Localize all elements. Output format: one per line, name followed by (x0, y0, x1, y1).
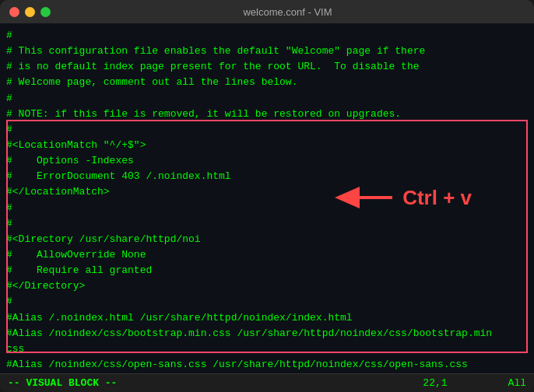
line-1: # (6, 28, 528, 44)
line-20: #Alias /noindex/css/bootstrap.min.css /u… (6, 326, 528, 341)
ctrl-v-annotation: Ctrl + v (334, 185, 472, 210)
line-19: #Alias /.noindex.html /usr/share/httpd/n… (6, 310, 528, 326)
line-23: #Alias /images/apache_pb.gif /usr/share/… (6, 373, 528, 373)
line-2: # This configuration file enables the de… (6, 44, 528, 59)
line-3: # is no default index page present for t… (6, 59, 528, 75)
line-5: # (6, 91, 528, 107)
line-18: # (6, 294, 528, 310)
vim-mode: -- VISUAL BLOCK -- (8, 377, 117, 389)
statusbar: -- VISUAL BLOCK -- 22,1 All (0, 373, 534, 392)
close-button[interactable] (9, 7, 19, 17)
traffic-lights (9, 7, 51, 17)
line-17: #</Directory> (6, 278, 528, 294)
line-15: # AllowOverride None (6, 247, 528, 263)
fullscreen-button[interactable] (40, 7, 51, 17)
line-21: css (6, 341, 528, 357)
arrow-icon (334, 185, 396, 210)
terminal-window: welcome.conf - VIM # # This configuratio… (0, 0, 534, 392)
ctrl-v-label: Ctrl + v (402, 186, 472, 210)
line-7: # (6, 122, 528, 138)
minimize-button[interactable] (25, 7, 35, 17)
line-14: #<Directory /usr/share/httpd/noi (6, 232, 528, 247)
line-9: # Options -Indexes (6, 153, 528, 169)
line-22: #Alias /noindex/css/open-sans.css /usr/s… (6, 357, 528, 373)
line-16: # Require all granted (6, 263, 528, 278)
titlebar: welcome.conf - VIM (0, 0, 534, 23)
line-13: # (6, 216, 528, 232)
window-title: welcome.conf - VIM (51, 6, 525, 18)
line-10: # ErrorDocument 403 /.noindex.html (6, 169, 528, 184)
cursor-position: 22,1 All (423, 377, 526, 389)
line-8: #<LocationMatch "^/+$"> (6, 138, 528, 153)
line-6: # NOTE: if this file is removed, it will… (6, 107, 528, 122)
editor-area[interactable]: # # This configuration file enables the … (0, 23, 534, 373)
line-4: # Welcome page, comment out all the line… (6, 75, 528, 90)
